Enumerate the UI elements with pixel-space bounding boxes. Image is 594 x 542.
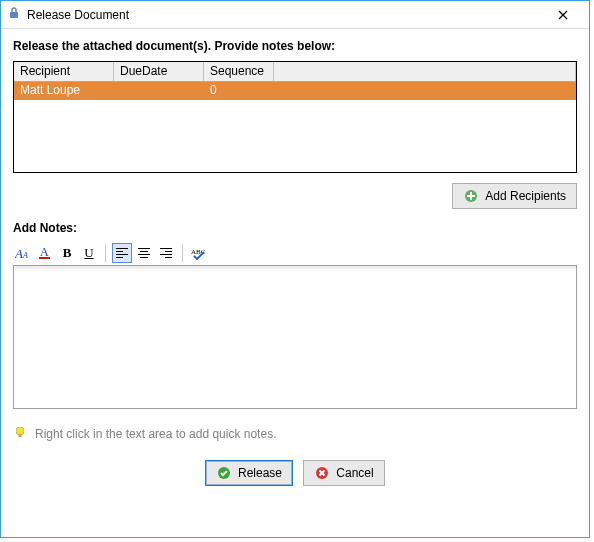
notes-textarea[interactable] — [13, 265, 577, 409]
spellcheck-button[interactable]: ABC — [189, 243, 209, 263]
instruction-label: Release the attached document(s). Provid… — [13, 39, 577, 53]
lightbulb-icon — [13, 425, 27, 442]
align-left-button[interactable] — [112, 243, 132, 263]
underline-button[interactable]: U — [79, 243, 99, 263]
bold-button[interactable]: B — [57, 243, 77, 263]
font-color-button[interactable]: A — [35, 243, 55, 263]
svg-rect-9 — [19, 434, 22, 437]
recipients-grid[interactable]: Recipient DueDate Sequence Matt Loupe 0 — [13, 61, 577, 173]
font-size-button[interactable]: A A — [13, 243, 33, 263]
cancel-label: Cancel — [336, 466, 373, 480]
content-area: Release the attached document(s). Provid… — [1, 29, 589, 537]
align-right-icon — [160, 248, 172, 258]
svg-rect-5 — [39, 257, 50, 259]
hint-text: Right click in the text area to add quic… — [35, 427, 276, 441]
cancel-button[interactable]: Cancel — [303, 460, 385, 486]
cancel-circle-icon — [314, 465, 330, 481]
column-header-recipient[interactable]: Recipient — [14, 62, 114, 81]
release-button[interactable]: Release — [205, 460, 293, 486]
plus-icon — [463, 188, 479, 204]
window-title: Release Document — [27, 8, 543, 22]
check-circle-icon — [216, 465, 232, 481]
svg-rect-0 — [10, 12, 18, 18]
column-header-empty — [274, 62, 576, 81]
cell-duedate — [114, 82, 204, 100]
grid-body: Matt Loupe 0 — [14, 82, 576, 172]
hint-row: Right click in the text area to add quic… — [13, 425, 577, 442]
titlebar: Release Document — [1, 1, 589, 29]
align-right-button[interactable] — [156, 243, 176, 263]
svg-text:A: A — [15, 246, 23, 260]
toolbar-separator — [182, 244, 183, 262]
table-row[interactable]: Matt Loupe 0 — [14, 82, 576, 100]
align-center-button[interactable] — [134, 243, 154, 263]
toolbar-separator — [105, 244, 106, 262]
close-button[interactable] — [543, 1, 583, 28]
cell-empty — [274, 82, 576, 100]
add-recipients-button[interactable]: Add Recipients — [452, 183, 577, 209]
align-left-icon — [116, 248, 128, 258]
lock-icon — [7, 6, 21, 23]
footer-buttons: Release Cancel — [13, 460, 577, 486]
cell-recipient: Matt Loupe — [14, 82, 114, 100]
editor-toolbar: A A A B U — [13, 241, 577, 265]
cell-sequence: 0 — [204, 82, 274, 100]
align-center-icon — [138, 248, 150, 258]
release-label: Release — [238, 466, 282, 480]
add-recipients-row: Add Recipients — [13, 183, 577, 209]
column-header-duedate[interactable]: DueDate — [114, 62, 204, 81]
svg-text:A: A — [22, 251, 28, 260]
svg-point-8 — [16, 427, 24, 435]
grid-header: Recipient DueDate Sequence — [14, 62, 576, 82]
release-document-dialog: Release Document Release the attached do… — [0, 0, 590, 538]
column-header-sequence[interactable]: Sequence — [204, 62, 274, 81]
add-notes-label: Add Notes: — [13, 221, 577, 235]
add-recipients-label: Add Recipients — [485, 189, 566, 203]
